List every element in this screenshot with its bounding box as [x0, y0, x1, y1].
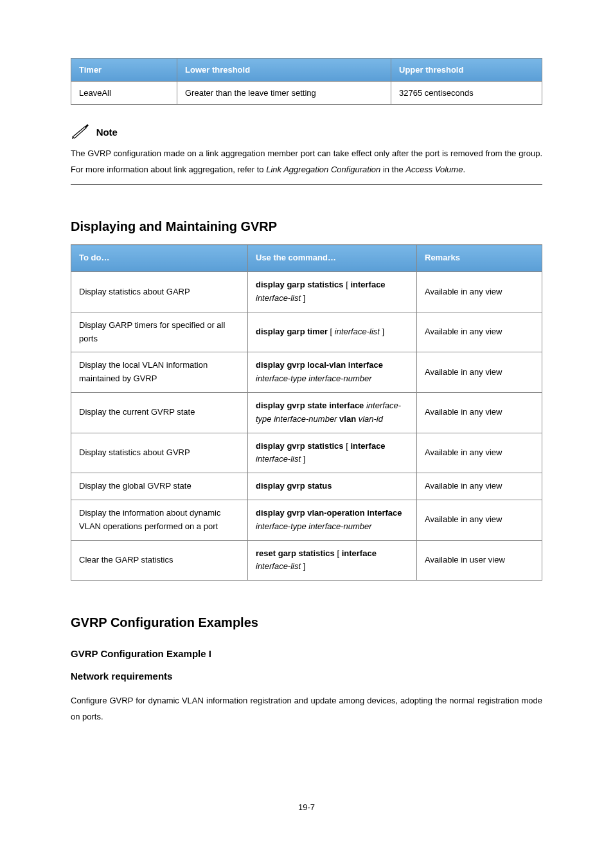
note-italic-1: Link Aggregation	[266, 165, 328, 174]
cmd-open: [	[335, 548, 342, 558]
cell-todo: Clear the GARP statistics	[71, 540, 248, 581]
cmd-bold: display gvrp local-vlan interface	[256, 360, 383, 370]
note-italic-2: Configuration	[331, 165, 380, 174]
cell-command: display gvrp vlan-operation interface in…	[248, 500, 417, 540]
cmd-bold: display garp statistics	[256, 280, 344, 289]
cmd-bold-2: interface	[342, 548, 377, 558]
table-row: Display statistics about GVRP display gv…	[71, 433, 542, 473]
note-text-3: in the	[380, 165, 405, 174]
th-timer: Timer	[71, 59, 177, 82]
cell-command: display garp timer [ interface-list ]	[248, 312, 417, 352]
cell-command: display garp statistics [ interface inte…	[248, 272, 417, 312]
cmd-open: [	[344, 280, 351, 289]
note-italic-3: Access Volume	[405, 165, 463, 174]
table-row: Display GARP timers for specified or all…	[71, 312, 542, 352]
table-row: Display the information about dynamic VL…	[71, 500, 542, 540]
heading-display-maintain: Displaying and Maintaining GVRP	[71, 219, 542, 234]
cmd-bold: display gvrp status	[256, 481, 332, 491]
note-text-4: .	[463, 165, 465, 174]
cell-command: display gvrp state interface interface-t…	[248, 392, 417, 433]
cell-todo: Display the local VLAN information maint…	[71, 352, 248, 393]
th-command: Use the command…	[248, 245, 417, 272]
cell-command: display gvrp status	[248, 473, 417, 500]
cmd-arg: interface-list	[256, 293, 301, 303]
cell-timer: LeaveAll	[71, 82, 177, 105]
cell-command: reset garp statistics [ interface interf…	[248, 540, 417, 581]
cell-todo: Display the information about dynamic VL…	[71, 500, 248, 540]
cell-remarks: Available in any view	[417, 272, 542, 312]
cell-todo: Display GARP timers for specified or all…	[71, 312, 248, 352]
cell-remarks: Available in any view	[417, 392, 542, 433]
cmd-open: [	[344, 441, 351, 451]
cmd-close: ]	[380, 327, 384, 336]
cell-command: display gvrp local-vlan interface interf…	[248, 352, 417, 393]
cmd-close: ]	[301, 454, 305, 464]
cmd-bold-2: interface	[350, 441, 385, 451]
cmd-arg-2: vlan-id	[356, 414, 383, 424]
cell-lower: Greater than the leave timer setting	[177, 82, 391, 105]
cell-todo: Display statistics about GVRP	[71, 433, 248, 473]
cmd-close: ]	[301, 561, 305, 571]
cell-upper: 32765 centiseconds	[391, 82, 542, 105]
cmd-arg: interface-list	[256, 454, 301, 464]
page-number: 19-7	[71, 802, 542, 812]
table-row: Display the global GVRP state display gv…	[71, 473, 542, 500]
table-row: LeaveAll Greater than the leave timer se…	[71, 82, 542, 105]
note-text-1: The GVRP configuration made on a link ag…	[71, 149, 448, 158]
cmd-bold: display gvrp state interface	[256, 401, 364, 410]
table-row: Clear the GARP statistics reset garp sta…	[71, 540, 542, 581]
cell-remarks: Available in any view	[417, 433, 542, 473]
cell-command: display gvrp statistics [ interface inte…	[248, 433, 417, 473]
th-upper: Upper threshold	[391, 59, 542, 82]
cmd-bold: display gvrp vlan-operation interface	[256, 508, 402, 518]
cmd-arg: interface-list	[256, 561, 301, 571]
cell-remarks: Available in any view	[417, 352, 542, 393]
command-table: To do… Use the command… Remarks Display …	[71, 244, 542, 581]
cmd-arg: interface-type interface-number	[256, 521, 372, 531]
cmd-bold-2: vlan	[337, 414, 356, 424]
cmd-close: ]	[301, 293, 305, 303]
cmd-arg: interface-list	[335, 327, 380, 336]
note-label: Note	[96, 127, 118, 138]
heading-config-examples: GVRP Configuration Examples	[71, 615, 542, 630]
table-row: Display the current GVRP state display g…	[71, 392, 542, 433]
note-body: The GVRP configuration made on a link ag…	[71, 146, 542, 177]
note-divider	[71, 184, 542, 185]
table-row: Display the local VLAN information maint…	[71, 352, 542, 393]
timer-thresholds-table: Timer Lower threshold Upper threshold Le…	[71, 58, 542, 105]
cell-remarks: Available in user view	[417, 540, 542, 581]
heading-example-1: GVRP Configuration Example I	[71, 648, 542, 659]
cmd-open: [	[328, 327, 335, 336]
cmd-bold-2: interface	[350, 280, 385, 289]
cell-todo: Display statistics about GARP	[71, 272, 248, 312]
table-row: Display statistics about GARP display ga…	[71, 272, 542, 312]
cmd-bold: reset garp statistics	[256, 548, 335, 558]
cmd-arg: interface-type interface-number	[256, 374, 372, 383]
cell-remarks: Available in any view	[417, 312, 542, 352]
cell-remarks: Available in any view	[417, 500, 542, 540]
cell-todo: Display the global GVRP state	[71, 473, 248, 500]
note-icon	[71, 124, 93, 140]
cell-todo: Display the current GVRP state	[71, 392, 248, 433]
cmd-bold: display gvrp statistics	[256, 441, 344, 451]
th-remarks: Remarks	[417, 245, 542, 272]
cell-remarks: Available in any view	[417, 473, 542, 500]
th-lower: Lower threshold	[177, 59, 391, 82]
th-todo: To do…	[71, 245, 248, 272]
note-block: Note The GVRP configuration made on a li…	[71, 124, 542, 185]
body-paragraph: Configure GVRP for dynamic VLAN informat…	[71, 693, 542, 725]
cmd-bold: display garp timer	[256, 327, 328, 336]
heading-network-req: Network requirements	[71, 671, 542, 682]
